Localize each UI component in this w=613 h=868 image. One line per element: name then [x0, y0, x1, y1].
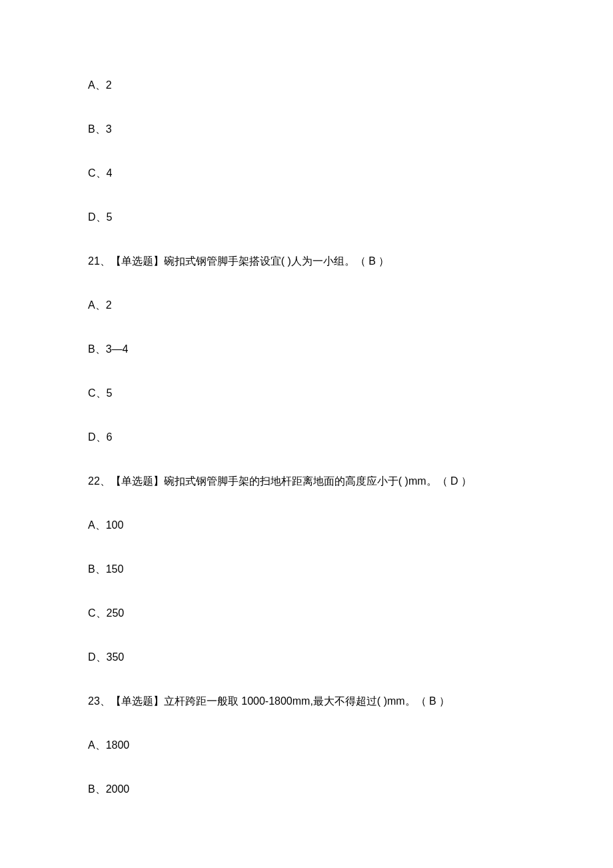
q20-option-c: C、4	[88, 165, 525, 181]
q21-option-a: A、2	[88, 297, 525, 313]
q21-text: 21、【单选题】碗扣式钢管脚手架搭设宜( )人为一小组。（ B ）	[88, 253, 525, 269]
q22-option-c: C、250	[88, 605, 525, 621]
q22-option-a: A、100	[88, 517, 525, 533]
q21-option-c: C、5	[88, 385, 525, 401]
q22-option-d: D、350	[88, 649, 525, 665]
q20-option-a: A、2	[88, 77, 525, 93]
q23-option-b: B、2000	[88, 781, 525, 797]
q22-option-b: B、150	[88, 561, 525, 577]
q22-text: 22、【单选题】碗扣式钢管脚手架的扫地杆距离地面的高度应小于( )mm。（ D …	[88, 473, 525, 489]
q20-option-b: B、3	[88, 121, 525, 137]
q21-option-b: B、3—4	[88, 341, 525, 357]
q20-option-d: D、5	[88, 209, 525, 225]
q21-option-d: D、6	[88, 429, 525, 445]
q23-option-a: A、1800	[88, 737, 525, 753]
q23-text: 23、【单选题】立杆跨距一般取 1000-1800mm,最大不得超过( )mm。…	[88, 693, 525, 709]
